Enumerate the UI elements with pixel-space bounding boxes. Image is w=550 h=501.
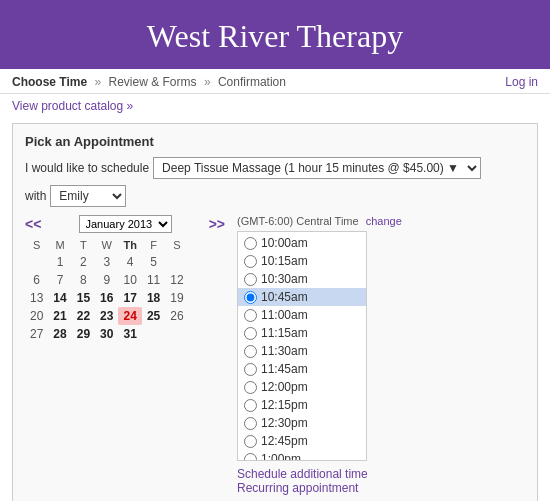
calendar-day[interactable]: 15 bbox=[72, 289, 95, 307]
calendar-day[interactable]: 11 bbox=[142, 271, 165, 289]
time-radio[interactable] bbox=[244, 363, 257, 376]
prev-month-button[interactable]: << bbox=[25, 216, 41, 232]
time-label: 10:15am bbox=[261, 254, 308, 268]
time-list[interactable]: 10:00am10:15am10:30am10:45am11:00am11:15… bbox=[237, 231, 367, 461]
calendar-day[interactable]: 26 bbox=[165, 307, 188, 325]
time-label: 11:30am bbox=[261, 344, 308, 358]
calendar-day[interactable]: 18 bbox=[142, 289, 165, 307]
calendar-section: << January 2013 >> SMTWThFS 123456789101… bbox=[25, 215, 225, 343]
calendar-day[interactable]: 3 bbox=[95, 253, 118, 271]
breadcrumb-step2[interactable]: Review & Forms bbox=[109, 75, 197, 89]
calendar-week-row: 6789101112 bbox=[25, 271, 189, 289]
provider-select[interactable]: Emily bbox=[50, 185, 126, 207]
time-item[interactable]: 11:15am bbox=[238, 324, 366, 342]
calendar-day[interactable]: 31 bbox=[118, 325, 141, 343]
time-item[interactable]: 10:00am bbox=[238, 234, 366, 252]
with-label: with bbox=[25, 189, 46, 203]
calendar-day[interactable]: 24 bbox=[118, 307, 141, 325]
time-item[interactable]: 1:00pm bbox=[238, 450, 366, 461]
time-label: 12:30pm bbox=[261, 416, 308, 430]
calendar-day[interactable]: 25 bbox=[142, 307, 165, 325]
time-radio[interactable] bbox=[244, 291, 257, 304]
calendar-day[interactable]: 2 bbox=[72, 253, 95, 271]
calendar-day[interactable]: 5 bbox=[142, 253, 165, 271]
calendar-day[interactable]: 6 bbox=[25, 271, 48, 289]
breadcrumb-sep2: » bbox=[204, 75, 211, 89]
time-label: 12:45pm bbox=[261, 434, 308, 448]
time-label: 10:00am bbox=[261, 236, 308, 250]
time-item[interactable]: 12:15pm bbox=[238, 396, 366, 414]
calendar-day[interactable]: 8 bbox=[72, 271, 95, 289]
time-item[interactable]: 11:30am bbox=[238, 342, 366, 360]
schedule-row: I would like to schedule Deep Tissue Mas… bbox=[25, 157, 525, 179]
calendar-day bbox=[25, 253, 48, 271]
calendar-day[interactable]: 10 bbox=[118, 271, 141, 289]
time-radio[interactable] bbox=[244, 417, 257, 430]
calendar-day[interactable]: 28 bbox=[48, 325, 71, 343]
time-radio[interactable] bbox=[244, 255, 257, 268]
recurring-link[interactable]: Recurring appointment bbox=[237, 481, 525, 495]
pick-title: Pick an Appointment bbox=[25, 134, 525, 149]
calendar-week-row: 13141516171819 bbox=[25, 289, 189, 307]
appointment-box: Pick an Appointment I would like to sche… bbox=[12, 123, 538, 501]
calendar-day[interactable]: 22 bbox=[72, 307, 95, 325]
main-content: Pick an Appointment I would like to sche… bbox=[0, 119, 550, 501]
calendar-day[interactable]: 30 bbox=[95, 325, 118, 343]
time-section: (GMT-6:00) Central Time change 10:00am10… bbox=[237, 215, 525, 495]
calendar-day bbox=[165, 325, 188, 343]
time-item[interactable]: 12:45pm bbox=[238, 432, 366, 450]
calendar-day[interactable]: 29 bbox=[72, 325, 95, 343]
breadcrumb-step1[interactable]: Choose Time bbox=[12, 75, 87, 89]
calendar-day[interactable]: 16 bbox=[95, 289, 118, 307]
view-catalog-link[interactable]: View product catalog » bbox=[12, 99, 133, 113]
calendar-day[interactable]: 17 bbox=[118, 289, 141, 307]
time-radio[interactable] bbox=[244, 453, 257, 462]
calendar-day[interactable]: 20 bbox=[25, 307, 48, 325]
calendar-day[interactable]: 9 bbox=[95, 271, 118, 289]
time-radio[interactable] bbox=[244, 309, 257, 322]
calendar-day[interactable]: 14 bbox=[48, 289, 71, 307]
calendar-day[interactable]: 27 bbox=[25, 325, 48, 343]
time-radio[interactable] bbox=[244, 237, 257, 250]
schedule-additional-link[interactable]: Schedule additional time bbox=[237, 467, 525, 481]
calendar-day[interactable]: 12 bbox=[165, 271, 188, 289]
time-header: (GMT-6:00) Central Time change bbox=[237, 215, 525, 227]
time-item[interactable]: 12:00pm bbox=[238, 378, 366, 396]
calendar-table: SMTWThFS 1234567891011121314151617181920… bbox=[25, 237, 189, 343]
calendar-day[interactable]: 4 bbox=[118, 253, 141, 271]
month-select[interactable]: January 2013 bbox=[79, 215, 172, 233]
calendar-day[interactable]: 21 bbox=[48, 307, 71, 325]
time-item[interactable]: 10:45am bbox=[238, 288, 366, 306]
time-label: 10:30am bbox=[261, 272, 308, 286]
change-timezone-link[interactable]: change bbox=[366, 215, 402, 227]
time-radio[interactable] bbox=[244, 399, 257, 412]
time-item[interactable]: 10:30am bbox=[238, 270, 366, 288]
time-radio[interactable] bbox=[244, 273, 257, 286]
calendar-day[interactable]: 7 bbox=[48, 271, 71, 289]
calendar-day[interactable]: 23 bbox=[95, 307, 118, 325]
breadcrumb-step3[interactable]: Confirmation bbox=[218, 75, 286, 89]
timezone-label: (GMT-6:00) Central Time bbox=[237, 215, 359, 227]
service-select[interactable]: Deep Tissue Massage (1 hour 15 minutes @… bbox=[153, 157, 481, 179]
calendar-day[interactable]: 19 bbox=[165, 289, 188, 307]
calendar-week-row: 12345 bbox=[25, 253, 189, 271]
time-radio[interactable] bbox=[244, 381, 257, 394]
login-link[interactable]: Log in bbox=[505, 75, 538, 89]
breadcrumb: Choose Time » Review & Forms » Confirmat… bbox=[12, 75, 286, 89]
calendar-day bbox=[165, 253, 188, 271]
schedule-label: I would like to schedule bbox=[25, 161, 149, 175]
breadcrumb-sep1: » bbox=[94, 75, 101, 89]
time-item[interactable]: 11:45am bbox=[238, 360, 366, 378]
calendar-day[interactable]: 1 bbox=[48, 253, 71, 271]
page-header: West River Therapy bbox=[0, 0, 550, 69]
next-month-button[interactable]: >> bbox=[209, 216, 225, 232]
cal-time-row: << January 2013 >> SMTWThFS 123456789101… bbox=[25, 215, 525, 495]
time-item[interactable]: 12:30pm bbox=[238, 414, 366, 432]
time-radio[interactable] bbox=[244, 435, 257, 448]
time-radio[interactable] bbox=[244, 327, 257, 340]
calendar-day[interactable]: 13 bbox=[25, 289, 48, 307]
time-radio[interactable] bbox=[244, 345, 257, 358]
time-label: 11:45am bbox=[261, 362, 308, 376]
time-item[interactable]: 11:00am bbox=[238, 306, 366, 324]
time-item[interactable]: 10:15am bbox=[238, 252, 366, 270]
